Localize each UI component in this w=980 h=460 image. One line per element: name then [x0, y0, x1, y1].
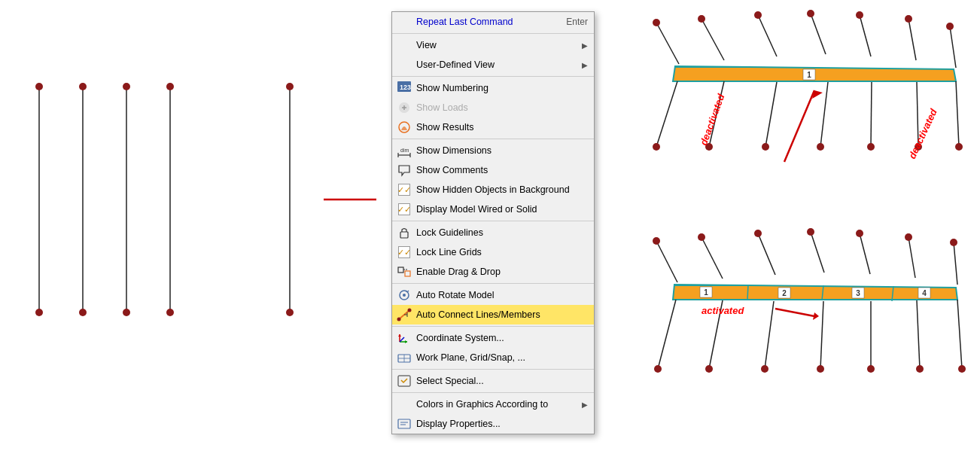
menu-item-select-special[interactable]: Select Special...	[392, 371, 594, 391]
colors-graphics-icon	[397, 397, 412, 412]
svg-point-89	[856, 230, 863, 237]
menu-item-show-hidden[interactable]: ✓ Show Hidden Objects in Background	[392, 180, 594, 200]
show-hidden-label: Show Hidden Objects in Background	[416, 184, 588, 195]
display-model-icon: ✓	[397, 202, 412, 217]
comments-icon	[397, 163, 412, 178]
svg-point-111	[761, 365, 768, 373]
sep1	[392, 76, 594, 77]
menu-item-display-model[interactable]: ✓ Display Model Wired or Solid	[392, 200, 594, 219]
svg-line-86	[811, 232, 824, 273]
svg-rect-25	[400, 232, 408, 238]
svg-line-120	[775, 309, 814, 316]
svg-line-49	[702, 19, 724, 60]
svg-point-8	[123, 309, 130, 316]
svg-marker-38	[398, 334, 401, 337]
svg-line-90	[908, 237, 915, 278]
colors-graphics-label: Colors in Graphics According to	[416, 399, 579, 410]
svg-point-58	[905, 15, 912, 23]
show-loads-label: Show Loads	[416, 102, 588, 113]
svg-point-11	[166, 309, 174, 316]
svg-point-85	[754, 230, 762, 237]
menu-item-enable-drag[interactable]: Enable Drag & Drop	[392, 262, 594, 282]
menu-item-colors-graphics[interactable]: Colors in Graphics According to ▶	[392, 395, 594, 414]
svg-point-60	[946, 23, 954, 30]
repeat-last-label: Repeat Last Command	[416, 17, 551, 27]
svg-point-73	[867, 143, 875, 151]
lock-line-grids-label: Lock Line Grids	[416, 247, 588, 257]
svg-point-115	[867, 365, 875, 373]
menu-item-coordinate-system[interactable]: Coordinate System...	[392, 328, 594, 348]
menu-item-show-numbering[interactable]: 123 Show Numbering	[392, 78, 594, 98]
svg-line-112	[820, 301, 823, 369]
auto-rotate-icon	[397, 288, 412, 303]
svg-point-83	[698, 233, 705, 241]
work-plane-icon	[397, 350, 412, 365]
svg-point-31	[397, 318, 401, 321]
svg-text:3: 3	[856, 289, 860, 297]
auto-connect-label: Auto Connect Lines/Members	[416, 309, 588, 320]
svg-point-81	[653, 237, 660, 245]
svg-line-59	[950, 26, 956, 68]
svg-text:1: 1	[807, 71, 811, 79]
user-view-arrow: ▶	[582, 61, 588, 69]
results-icon	[397, 120, 412, 135]
menu-item-show-results[interactable]: Show Results	[392, 117, 594, 137]
svg-text:4: 4	[922, 289, 927, 297]
svg-point-32	[408, 309, 412, 312]
svg-line-84	[758, 233, 775, 275]
view-label: View	[416, 40, 579, 50]
show-dimensions-label: Show Dimensions	[416, 145, 588, 156]
svg-marker-39	[405, 340, 407, 343]
svg-line-51	[758, 15, 777, 56]
svg-point-2	[35, 309, 43, 316]
svg-line-57	[908, 19, 916, 60]
left-diagram-svg	[0, 0, 376, 460]
svg-line-72	[871, 82, 872, 147]
svg-line-110	[765, 301, 774, 369]
menu-item-display-properties[interactable]: Display Properties...	[392, 414, 594, 434]
menu-item-repeat-last[interactable]: Repeat Last Command Enter	[392, 12, 594, 32]
select-special-label: Select Special...	[416, 376, 588, 386]
svg-line-64	[656, 81, 677, 147]
menu-item-show-loads[interactable]: Show Loads	[392, 98, 594, 117]
auto-rotate-label: Auto Rotate Model	[416, 290, 588, 300]
menu-item-user-view[interactable]: User-Defined View ▶	[392, 55, 594, 75]
sep2	[392, 139, 594, 139]
repeat-icon	[397, 14, 412, 29]
enable-drag-icon	[397, 264, 412, 279]
show-numbering-label: Show Numbering	[416, 83, 588, 93]
coordinate-system-icon	[397, 331, 412, 346]
menu-item-lock-line-grids[interactable]: ✓ Lock Line Grids	[392, 242, 594, 262]
svg-line-47	[656, 23, 679, 64]
lock-guidelines-label: Lock Guidelines	[416, 227, 588, 238]
svg-point-7	[123, 83, 130, 90]
sep4	[392, 283, 594, 284]
svg-line-106	[658, 300, 676, 369]
svg-point-87	[807, 228, 814, 236]
svg-point-119	[958, 365, 966, 373]
repeat-shortcut: Enter	[566, 17, 588, 27]
svg-rect-26	[398, 267, 403, 273]
auto-connect-icon	[397, 307, 412, 322]
svg-point-5	[79, 309, 87, 316]
view-icon	[397, 38, 412, 53]
svg-line-118	[957, 300, 962, 369]
svg-point-117	[916, 365, 924, 373]
svg-line-55	[860, 15, 871, 56]
menu-item-view[interactable]: View ▶	[392, 35, 594, 55]
svg-line-92	[954, 242, 957, 285]
menu-item-show-comments[interactable]: Show Comments	[392, 160, 594, 180]
menu-item-auto-connect[interactable]: Auto Connect Lines/Members	[392, 305, 594, 324]
context-menu: Repeat Last Command Enter View ▶ User-De…	[391, 11, 595, 434]
show-hidden-icon: ✓	[397, 182, 412, 197]
svg-point-1	[35, 83, 43, 90]
svg-point-77	[955, 143, 963, 151]
menu-item-work-plane[interactable]: Work Plane, Grid/Snap, ...	[392, 348, 594, 367]
left-diagram	[0, 0, 376, 460]
menu-item-auto-rotate[interactable]: Auto Rotate Model	[392, 285, 594, 305]
svg-point-52	[754, 11, 762, 19]
menu-item-show-dimensions[interactable]: dim Show Dimensions	[392, 141, 594, 160]
menu-item-lock-guidelines[interactable]: Lock Guidelines	[392, 223, 594, 242]
svg-point-91	[905, 233, 912, 241]
activated-label: activated	[702, 305, 744, 316]
